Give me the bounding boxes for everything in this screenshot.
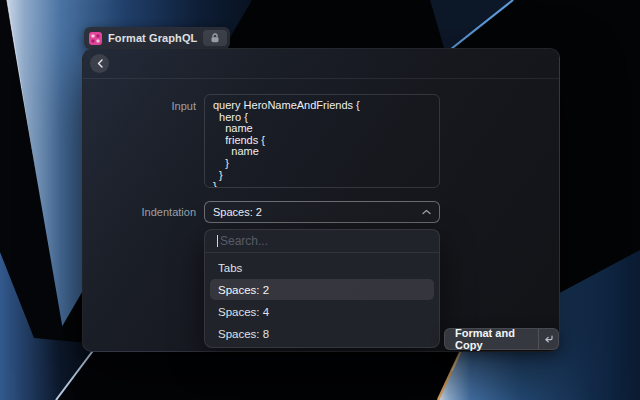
indentation-field-label: Indentation xyxy=(83,206,196,218)
chevron-left-icon xyxy=(97,59,103,68)
text-cursor xyxy=(217,235,218,247)
format-graphql-window: Input query HeroNameAndFriends { hero { … xyxy=(82,48,560,352)
chevron-up-icon xyxy=(422,209,431,215)
format-and-copy-label: Format and Copy xyxy=(445,327,538,351)
graphql-input-textarea[interactable]: query HeroNameAndFriends { hero { name f… xyxy=(204,94,440,188)
window-header xyxy=(83,49,559,79)
lock-icon xyxy=(203,30,227,46)
command-tag: Format GraphQL xyxy=(84,27,230,49)
command-tag-label: Format GraphQL xyxy=(108,32,197,44)
indentation-dropdown[interactable]: Spaces: 2 xyxy=(204,201,440,223)
dropdown-search-row xyxy=(205,230,439,253)
graphql-extension-icon xyxy=(89,32,102,45)
format-and-copy-button[interactable]: Format and Copy xyxy=(444,328,559,350)
dropdown-option-tabs[interactable]: Tabs xyxy=(210,257,434,278)
dropdown-options-list: Tabs Spaces: 2 Spaces: 4 Spaces: 8 xyxy=(205,253,439,348)
input-field-label: Input xyxy=(83,100,196,112)
desktop: Format GraphQL Input query HeroNameAndFr… xyxy=(0,0,640,400)
indentation-dropdown-value: Spaces: 2 xyxy=(213,206,262,218)
dropdown-option-spaces-4[interactable]: Spaces: 4 xyxy=(210,301,434,322)
dropdown-option-spaces-2[interactable]: Spaces: 2 xyxy=(210,279,434,300)
enter-key-icon xyxy=(538,329,558,349)
dropdown-option-spaces-8[interactable]: Spaces: 8 xyxy=(210,323,434,344)
indentation-dropdown-panel: Tabs Spaces: 2 Spaces: 4 Spaces: 8 xyxy=(204,229,440,348)
back-button[interactable] xyxy=(90,54,109,73)
dropdown-search-input[interactable] xyxy=(220,234,427,248)
